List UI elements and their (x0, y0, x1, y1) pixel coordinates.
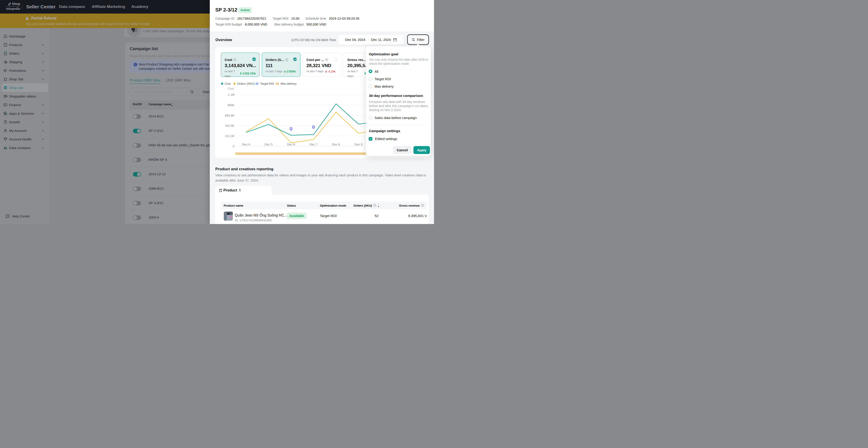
svg-text:Cost: Cost (228, 87, 234, 90)
svg-text:AD: AD (4, 87, 6, 89)
svg-text:663.8K: 663.8K (225, 114, 235, 117)
svg-text:885K: 885K (228, 103, 235, 107)
svg-text:442.5K: 442.5K (225, 124, 235, 127)
svg-text:Dec 9: Dec 9 (354, 143, 362, 146)
svg-text:1.1M: 1.1M (228, 93, 235, 96)
svg-text:Dec 5: Dec 5 (265, 143, 272, 146)
svg-text:Dec 7: Dec 7 (309, 143, 317, 146)
svg-text:0: 0 (233, 144, 235, 148)
svg-text:221.3K: 221.3K (225, 134, 235, 138)
svg-text:Dec 8: Dec 8 (332, 143, 340, 146)
svg-text:Dec 4: Dec 4 (242, 143, 250, 146)
svg-text:Dec 6: Dec 6 (287, 143, 295, 146)
